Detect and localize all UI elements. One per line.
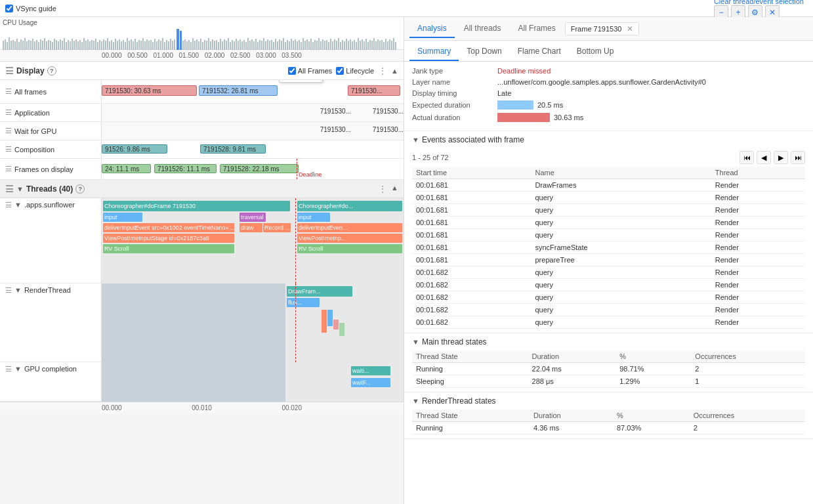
events-expand-arrow[interactable]: ▼ [412, 136, 419, 144]
svg-rect-5 [12, 40, 14, 51]
row-menu[interactable]: ☰ [5, 201, 12, 209]
frame-bar-red[interactable]: 7191530: 30.63 ms [102, 85, 197, 96]
choro-right[interactable]: Choreographer#do... [297, 201, 402, 211]
gpu-content[interactable]: waiti... waitF... [102, 362, 404, 402]
analysis-tab[interactable]: Analysis [409, 20, 455, 38]
comp-bar1[interactable]: 91526: 9.86 ms [102, 144, 167, 154]
traversal-block[interactable]: traversal [240, 213, 266, 222]
drawframes-block[interactable]: DrawFram... [287, 286, 352, 297]
event-row[interactable]: 00:01.682queryRender [412, 279, 805, 291]
svg-rect-165 [330, 39, 331, 51]
rvscroll-block[interactable]: RV Scroll [103, 244, 234, 253]
threads-menu-icon[interactable]: ☰ [5, 184, 14, 194]
draw-block[interactable]: draw [240, 223, 262, 232]
input-right[interactable]: input [297, 213, 330, 222]
row-menu[interactable]: ☰ [5, 286, 12, 295]
event-row[interactable]: 00:01.681queryRender [412, 229, 805, 242]
frame-bar-blue[interactable]: 7191532: 26.81 ms [199, 85, 278, 96]
event-row[interactable]: 00:01.682queryRender [412, 291, 805, 304]
page-first-btn[interactable]: ⏮ [740, 151, 754, 164]
page-next-btn[interactable]: ▶ [774, 151, 788, 164]
renderthread-expand[interactable]: ▼ [14, 286, 22, 294]
time-ruler: 00.000 00.500 01.000 01.500 02.000 02.50… [0, 50, 404, 62]
input-block[interactable]: input [103, 213, 142, 222]
application-content[interactable]: 7191530... 7191530... [102, 104, 404, 121]
gpu-expand[interactable]: ▼ [14, 365, 22, 373]
top-down-tab[interactable]: Top Down [459, 43, 509, 61]
event-row[interactable]: 00:01.681DrawFramesRender [412, 179, 805, 192]
all-frames-content[interactable]: 7191530: 30.63 ms 7191532: 26.81 ms 00:0… [102, 80, 404, 103]
event-row[interactable]: 00:01.682queryRender [412, 316, 805, 329]
row-menu[interactable]: ☰ [5, 108, 12, 117]
flush-block[interactable]: flus... [287, 298, 320, 307]
event-row[interactable]: 00:01.681prepareTreeRender [412, 254, 805, 266]
bottom-up-tab[interactable]: Bottom Up [569, 43, 622, 61]
vsync-checkbox[interactable] [5, 5, 13, 12]
threads-collapse[interactable]: ▲ [391, 184, 398, 194]
all-frames-label: ☰ All frames [0, 80, 102, 103]
threads-expand[interactable]: ▼ [16, 185, 24, 193]
waiti-block[interactable]: waiti... [351, 366, 390, 375]
svg-rect-175 [350, 39, 351, 51]
wait-gpu-content[interactable]: 7191530... 7191530... [102, 122, 404, 140]
threads-help[interactable]: ? [75, 184, 85, 194]
row-menu[interactable]: ☰ [5, 365, 12, 373]
svg-rect-140 [281, 41, 282, 51]
disp-bar1[interactable]: 24: 11.1 ms [102, 164, 151, 173]
event-row[interactable]: 00:01.681queryRender [412, 204, 805, 217]
all-threads-tab[interactable]: All threads [456, 20, 509, 38]
event-row[interactable]: 00:01.681queryRender [412, 217, 805, 229]
page-last-btn[interactable]: ⏭ [791, 151, 805, 164]
deliver-block[interactable]: deliverInputEvent src=0x1002 eventTimeNa… [103, 223, 234, 232]
expected-duration-value: 20.5 ms [537, 101, 563, 109]
svg-rect-23 [48, 40, 49, 51]
main-states-expand[interactable]: ▼ [412, 338, 419, 346]
disp-bar2[interactable]: 7191526: 11.1 ms [154, 164, 217, 173]
event-row[interactable]: 00:01.681syncFrameStateRender [412, 242, 805, 254]
row-menu[interactable]: ☰ [5, 165, 12, 173]
lifecycle-checkbox[interactable] [336, 67, 344, 75]
rvscroll-right[interactable]: RV Scroll [297, 244, 402, 253]
display-collapse-btn[interactable]: ▲ [391, 67, 398, 75]
display-more-options[interactable]: ⋮ [378, 66, 387, 76]
render-thread-content[interactable]: DrawFram... flus... [102, 284, 404, 362]
viewpost-right[interactable]: ViewPostImeInp... [297, 234, 402, 243]
event-row[interactable]: 00:01.682queryRender [412, 304, 805, 316]
display-menu-icon[interactable]: ☰ [5, 66, 14, 76]
viewpost-block[interactable]: ViewPostImeInputStage id=0x2187c3a8 [103, 234, 234, 243]
display-help-icon[interactable]: ? [47, 66, 56, 75]
flame-chart-tab[interactable]: Flame Chart [510, 43, 569, 61]
summary-content[interactable]: Jank type Deadline missed Layer name ...… [404, 62, 813, 504]
svg-rect-134 [269, 41, 270, 51]
row-menu[interactable]: ☰ [5, 145, 12, 154]
event-start: 00:01.682 [412, 266, 532, 279]
events-section: ▼ Events associated with frame 1 - 25 of… [404, 131, 813, 333]
deliver-right[interactable]: deliverInputEven... [297, 223, 402, 232]
waitf-block[interactable]: waitF... [351, 378, 390, 387]
page-prev-btn[interactable]: ◀ [757, 151, 771, 164]
frame-tab-close[interactable]: ✕ [627, 24, 633, 33]
frame-bar-right[interactable]: 7191530... [348, 85, 400, 96]
comp-bar2[interactable]: 7191528: 9.81 ms [200, 144, 266, 154]
row-menu[interactable]: ☰ [5, 127, 12, 135]
disp-bar3[interactable]: 7191528: 22.18 ms [220, 164, 299, 173]
render-states-expand[interactable]: ▼ [412, 397, 419, 405]
row-menu[interactable]: ☰ [5, 87, 12, 96]
frame-tab[interactable]: Frame 7191530 ✕ [565, 22, 640, 35]
record-block[interactable]: Record ... [263, 223, 291, 232]
choreographer-block[interactable]: Choreographer#doFrame 7191530 [103, 201, 290, 211]
apps-sunflower-content[interactable]: Choreographer#doFrame 7191530 input deli… [102, 198, 404, 284]
time-mark: 02.000 [205, 52, 225, 59]
threads-more[interactable]: ⋮ [378, 184, 387, 194]
event-name: syncFrameState [532, 242, 711, 254]
frames-display-content[interactable]: 24: 11.1 ms 7191526: 11.1 ms 7191528: 22… [102, 159, 404, 179]
event-row[interactable]: 00:01.681queryRender [412, 192, 805, 204]
all-frames-checkbox[interactable] [288, 67, 296, 75]
composition-content[interactable]: 91526: 9.86 ms 7191528: 9.81 ms [102, 140, 404, 158]
all-frames-tab[interactable]: All Frames [510, 20, 563, 38]
thread-expand[interactable]: ▼ [14, 201, 22, 209]
summary-tab[interactable]: Summary [409, 43, 459, 61]
svg-rect-49 [95, 39, 96, 51]
deadline-line [297, 159, 297, 179]
event-row[interactable]: 00:01.682queryRender [412, 266, 805, 279]
